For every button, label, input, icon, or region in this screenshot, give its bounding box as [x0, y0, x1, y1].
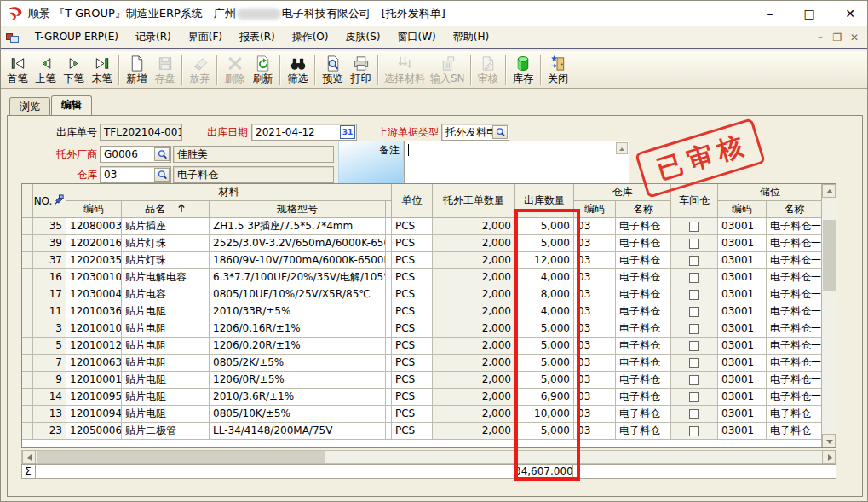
cell-loc-name[interactable]: 电子料仓一储	[767, 389, 823, 406]
cell-name[interactable]: 贴片二极管	[122, 423, 210, 440]
cell-spec[interactable]: 6.3*7.7/100UF/20%/35V/电解/105℃	[210, 269, 386, 286]
window-minimize-button[interactable]: –	[756, 1, 785, 26]
cell-spec[interactable]: 1206/0.16R/±1%	[210, 320, 386, 338]
cell-workshop[interactable]	[671, 406, 718, 423]
upstream-lookup-button[interactable]	[492, 125, 508, 139]
workshop-checkbox[interactable]	[689, 358, 699, 368]
cell-loc-name[interactable]: 电子料仓一储	[767, 406, 823, 423]
cell-out-qty[interactable]: 12,000	[515, 252, 574, 269]
toolbar-button-new-doc[interactable]: 新增	[123, 52, 151, 88]
horizontal-scrollbar[interactable]	[21, 450, 836, 464]
cell-out-qty[interactable]: 4,000	[515, 269, 574, 286]
doc-no-field[interactable]: TFL202104-0017	[100, 124, 182, 141]
cell-wh-code[interactable]: 03	[574, 355, 616, 372]
window-maximize-button[interactable]: □	[795, 1, 824, 26]
column-header-name[interactable]: 品名	[122, 201, 210, 218]
cell-wh-code[interactable]: 03	[574, 406, 616, 423]
upstream-type-field[interactable]: 托外发料申请	[441, 124, 509, 141]
cell-workshop[interactable]	[671, 218, 718, 235]
cell-wh-name[interactable]: 电子料仓	[616, 286, 671, 303]
tab-browse[interactable]: 浏览	[9, 97, 50, 115]
mdi-restore-button[interactable]: ❐	[831, 32, 843, 43]
cell-no[interactable]: 16	[33, 269, 66, 286]
cell-spec[interactable]: 2010/3.6R/±1%	[210, 389, 386, 406]
workshop-checkbox[interactable]	[689, 341, 699, 351]
cell-wh-code[interactable]: 03	[574, 423, 616, 440]
out-date-field[interactable]: 2021-04-12 31	[251, 124, 357, 141]
cell-code[interactable]: 12010095	[66, 389, 122, 406]
cell-wh-name[interactable]: 电子料仓	[616, 303, 671, 320]
cell-wh-name[interactable]: 电子料仓	[616, 423, 671, 440]
column-header-out-qty[interactable]: 出库数量	[515, 184, 574, 218]
cell-wo-qty[interactable]: 2,000	[433, 372, 515, 389]
cell-loc-name[interactable]: 电子料仓一储	[767, 355, 823, 372]
cell-wh-name[interactable]: 电子料仓	[616, 338, 671, 355]
mdi-minimize-button[interactable]: –	[814, 32, 826, 43]
cell-wo-qty[interactable]: 2,000	[433, 252, 515, 269]
cell-name[interactable]: 贴片电解电容	[122, 269, 210, 286]
cell-unit[interactable]: PCS	[392, 423, 433, 440]
toolbar-button-refresh[interactable]: 刷新	[249, 52, 277, 88]
menu-item-help[interactable]: 帮助(H)	[445, 27, 497, 47]
calendar-icon[interactable]: 31	[340, 125, 355, 139]
cell-spec[interactable]: 1206/0.20R/±1%	[210, 338, 386, 355]
cell-unit[interactable]: PCS	[392, 320, 433, 338]
menu-item-skin[interactable]: 皮肤(S)	[337, 27, 389, 47]
cell-unit[interactable]: PCS	[392, 372, 433, 389]
warehouse-code-field[interactable]: 03	[100, 166, 171, 183]
cell-name[interactable]: 贴片电阻	[122, 338, 210, 355]
column-header-code[interactable]: 编码	[66, 201, 122, 218]
cell-no[interactable]: 3	[33, 320, 66, 338]
column-group-location[interactable]: 储位	[718, 184, 823, 201]
cell-wh-name[interactable]: 电子料仓	[616, 389, 671, 406]
cell-name[interactable]: 贴片电容	[122, 286, 210, 303]
cell-loc-name[interactable]: 电子料仓一储	[767, 252, 823, 269]
cell-no[interactable]: 35	[33, 218, 66, 235]
cell-workshop[interactable]	[671, 338, 718, 355]
toolbar-button-close-form[interactable]: 关闭	[544, 52, 572, 88]
workshop-checkbox[interactable]	[689, 256, 699, 266]
column-header-wh-code[interactable]: 编码	[574, 201, 616, 218]
cell-code[interactable]: 12010010	[66, 320, 122, 338]
cell-code[interactable]: 12020035	[66, 252, 122, 269]
cell-code[interactable]: 12020016	[66, 235, 122, 252]
cell-unit[interactable]: PCS	[392, 235, 433, 252]
cell-wh-code[interactable]: 03	[574, 303, 616, 320]
cell-loc-name[interactable]: 电子料仓一储	[767, 286, 823, 303]
cell-wh-name[interactable]: 电子料仓	[616, 355, 671, 372]
cell-loc-name[interactable]: 电子料仓一储	[767, 303, 823, 320]
toolbar-button-first-record[interactable]: 首笔	[3, 52, 32, 88]
cell-wh-code[interactable]: 03	[574, 218, 616, 235]
cell-loc-code[interactable]: 03001	[718, 235, 767, 252]
workshop-checkbox[interactable]	[689, 307, 699, 317]
cell-no[interactable]: 13	[33, 406, 66, 423]
cell-loc-name[interactable]: 电子料仓一储	[767, 320, 823, 338]
workshop-checkbox[interactable]	[689, 290, 699, 300]
menu-item-window[interactable]: 窗口(W)	[388, 27, 444, 47]
cell-out-qty[interactable]: 5,000	[515, 218, 574, 235]
cell-workshop[interactable]	[671, 235, 718, 252]
cell-code[interactable]: 12050006	[66, 423, 122, 440]
toolbar-button-print[interactable]: 打印	[347, 52, 375, 88]
cell-spec[interactable]: 0805/10UF/10%/25V/X5R/85℃	[210, 286, 386, 303]
cell-wh-code[interactable]: 03	[574, 372, 616, 389]
cell-unit[interactable]: PCS	[392, 355, 433, 372]
cell-wh-code[interactable]: 03	[574, 286, 616, 303]
cell-out-qty[interactable]: 5,000	[515, 320, 574, 338]
cell-loc-code[interactable]: 03001	[718, 338, 767, 355]
cell-out-qty[interactable]: 10,000	[515, 406, 574, 423]
cell-workshop[interactable]	[671, 389, 718, 406]
toolbar-button-prev-record[interactable]: 上笔	[32, 52, 60, 88]
column-header-no[interactable]: NO.	[33, 184, 66, 218]
cell-loc-name[interactable]: 电子料仓一储	[767, 423, 823, 440]
cell-workshop[interactable]	[671, 372, 718, 389]
cell-name[interactable]: 贴片电阻	[122, 303, 210, 320]
toolbar-button-next-record[interactable]: 下笔	[60, 52, 88, 88]
window-close-button[interactable]: ✕	[836, 1, 865, 26]
cell-workshop[interactable]	[671, 303, 718, 320]
cell-wo-qty[interactable]: 2,000	[433, 355, 515, 372]
cell-unit[interactable]: PCS	[392, 218, 433, 235]
cell-loc-code[interactable]: 03001	[718, 423, 767, 440]
cell-loc-name[interactable]: 电子料仓一储	[767, 218, 823, 235]
cell-no[interactable]: 39	[33, 235, 66, 252]
